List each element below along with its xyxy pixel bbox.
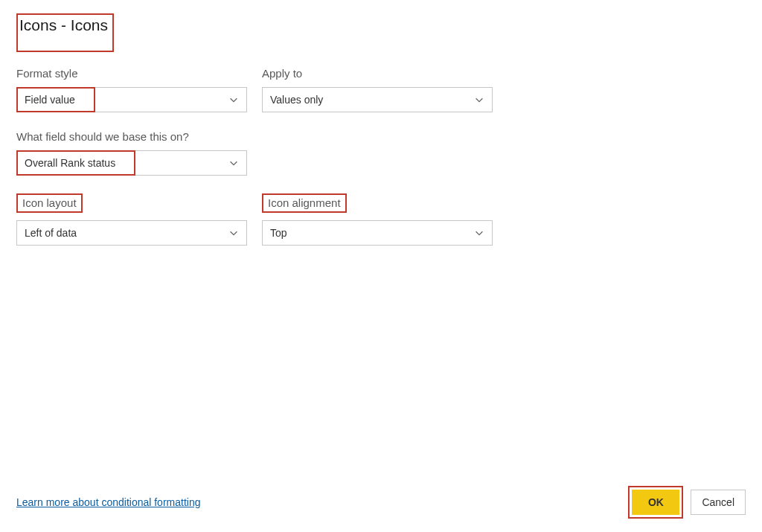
- dialog-footer: Learn more about conditional formatting …: [16, 486, 746, 519]
- apply-to-field: Apply to Values only: [262, 67, 493, 112]
- cancel-button[interactable]: Cancel: [691, 490, 746, 515]
- chevron-down-icon: [228, 158, 239, 168]
- icon-alignment-field: Icon alignment Top: [262, 193, 493, 246]
- icon-alignment-label: Icon alignment: [268, 196, 341, 209]
- icon-alignment-dropdown[interactable]: Top: [262, 220, 493, 246]
- icon-layout-label: Icon layout: [22, 196, 77, 209]
- icon-alignment-value: Top: [270, 227, 287, 239]
- footer-buttons: OK Cancel: [628, 486, 746, 519]
- ok-button[interactable]: OK: [632, 490, 679, 515]
- chevron-down-icon: [228, 228, 239, 238]
- row-format-apply: Format style Field value Apply to Values…: [16, 67, 746, 112]
- apply-to-label: Apply to: [262, 67, 493, 80]
- chevron-down-icon: [474, 94, 484, 105]
- icon-layout-field: Icon layout Left of data: [16, 193, 247, 246]
- chevron-down-icon: [228, 94, 239, 105]
- base-field-label: What field should we base this on?: [16, 130, 746, 143]
- icon-layout-dropdown[interactable]: Left of data: [16, 220, 247, 246]
- learn-more-link[interactable]: Learn more about conditional formatting: [16, 496, 200, 508]
- base-field-value: Overall Rank status: [25, 157, 115, 169]
- icon-layout-value: Left of data: [25, 227, 77, 239]
- chevron-down-icon: [474, 228, 484, 238]
- format-style-field: Format style Field value: [16, 67, 247, 112]
- dialog-title-highlight: Icons - Icons: [16, 13, 114, 52]
- base-field-section: What field should we base this on? Overa…: [16, 130, 746, 176]
- row-layout-alignment: Icon layout Left of data Icon alignment …: [16, 193, 746, 246]
- icon-layout-label-highlight: Icon layout: [16, 193, 83, 213]
- format-style-label: Format style: [16, 67, 247, 80]
- dialog-title: Icons - Icons: [19, 16, 108, 34]
- apply-to-dropdown[interactable]: Values only: [262, 87, 493, 112]
- apply-to-value: Values only: [270, 94, 323, 106]
- base-field-dropdown[interactable]: Overall Rank status: [16, 150, 247, 176]
- ok-button-highlight: OK: [628, 486, 683, 519]
- format-style-value: Field value: [25, 94, 75, 106]
- format-style-dropdown[interactable]: Field value: [16, 87, 247, 112]
- icon-alignment-label-highlight: Icon alignment: [262, 193, 347, 213]
